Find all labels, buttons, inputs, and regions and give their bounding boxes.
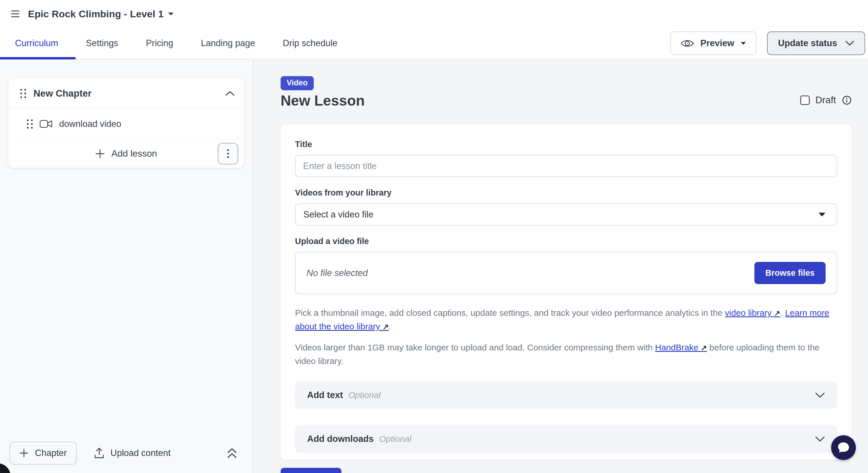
update-status-label: Update status [778,38,837,49]
video-library-select-value: Select a video file [303,210,373,220]
info-icon[interactable] [842,95,851,105]
caret-down-icon [818,213,826,217]
preview-button-label: Preview [701,38,734,49]
curriculum-sidebar: New Chapter [0,60,253,473]
course-switcher[interactable]: Epic Rock Climbing - Level 1 [28,8,174,20]
lesson-title-input[interactable] [295,155,837,177]
draft-checkbox[interactable] [800,95,810,105]
lesson-type-badge: Video [281,76,314,90]
optional-label: Optional [348,390,381,400]
chapter-card: New Chapter [8,78,244,168]
upload-content-label: Upload content [111,448,171,458]
drag-handle-icon[interactable] [27,119,33,129]
add-chapter-button[interactable]: Chapter [9,442,77,465]
browse-files-button[interactable]: Browse files [754,262,826,284]
add-lesson-button[interactable]: Add lesson [95,148,157,159]
chevron-up-icon[interactable] [225,91,235,96]
tab-bar: Curriculum Settings Pricing Landing page… [0,28,868,59]
link-label: HandBrake [655,343,699,352]
add-text-section[interactable]: Add text Optional [295,381,837,409]
sidebar-footer: Chapter Upload content [9,442,237,465]
add-downloads-section[interactable]: Add downloads Optional [295,425,837,453]
video-help-paragraph: Pick a thumbnail image, add closed capti… [295,306,837,334]
add-lesson-row: Add lesson [8,139,244,168]
plus-icon [19,448,29,458]
tab-settings[interactable]: Settings [86,38,118,49]
double-chevron-up-icon [227,448,237,459]
chevron-down-icon [815,392,825,398]
hamburger-menu-icon[interactable] [9,7,22,20]
lesson-header: Video New Lesson Draft [281,76,851,109]
add-chapter-label: Chapter [35,448,67,458]
plus-icon [95,149,105,159]
add-lesson-label: Add lesson [111,148,157,159]
kebab-menu-icon [227,149,229,158]
video-camera-icon [39,119,53,129]
lesson-page-title: New Lesson [281,92,365,109]
chat-widget-button[interactable] [831,435,856,460]
collapse-all-button[interactable] [227,448,237,459]
help-text: . [780,308,785,318]
add-downloads-label: Add downloads [307,434,374,444]
title-field-group: Title [295,139,837,177]
chat-bubble-icon [837,442,850,454]
eye-icon [681,38,694,49]
add-text-label: Add text [307,390,343,400]
chapter-options-button[interactable] [218,143,238,164]
help-text: Videos larger than 1GB may take longer t… [295,343,655,352]
tabs: Curriculum Settings Pricing Landing page… [15,38,337,49]
external-link-icon: ↗ [774,309,780,318]
help-text: . [389,322,391,331]
external-link-icon: ↗ [701,344,707,352]
help-text: Pick a thumbnail image, add closed capti… [295,308,725,318]
video-library-select[interactable]: Select a video file [295,203,837,225]
upload-icon [94,447,105,459]
lesson-editor: Video New Lesson Draft Title [254,60,868,473]
compression-help-paragraph: Videos larger than 1GB may take longer t… [295,341,837,368]
link-label: video library [725,308,772,318]
active-tab-underline [0,57,75,59]
chapter-title: New Chapter [33,88,92,99]
save-lesson-button[interactable]: Save lesson [281,468,341,473]
no-file-text: No file selected [307,268,368,278]
draft-label: Draft [815,95,836,105]
drag-handle-icon[interactable] [20,88,27,99]
draft-toggle-group: Draft [800,95,851,105]
lesson-heading-group: Video New Lesson [281,76,365,109]
lesson-title: download video [59,119,121,129]
lesson-row[interactable]: download video [8,109,244,139]
chevron-down-icon [815,436,825,442]
chapter-header: New Chapter [8,78,244,109]
handbrake-link[interactable]: HandBrake ↗ [655,343,707,352]
course-title: Epic Rock Climbing - Level 1 [28,8,163,20]
library-field-group: Videos from your library Select a video … [295,188,837,225]
tab-pricing[interactable]: Pricing [146,38,173,49]
tab-curriculum[interactable]: Curriculum [15,38,58,49]
tab-drip-schedule[interactable]: Drip schedule [283,38,338,49]
lesson-form-card: Title Videos from your library Select a … [281,125,851,460]
course-builder-app: Epic Rock Climbing - Level 1 Curriculum … [0,0,868,473]
caret-down-icon [741,42,746,45]
chevron-down-icon [845,41,854,46]
update-status-button[interactable]: Update status [767,31,865,55]
upload-field-group: Upload a video file No file selected Bro… [295,236,837,294]
upload-field-label: Upload a video file [295,236,837,246]
tab-landing-page[interactable]: Landing page [201,38,255,49]
tab-bar-actions: Preview Update status [670,31,865,55]
upload-content-button[interactable]: Upload content [94,447,171,459]
caret-down-icon [168,12,174,15]
optional-label: Optional [379,434,411,444]
external-link-icon: ↗ [383,322,389,331]
file-drop-zone[interactable]: No file selected Browse files [295,252,837,294]
top-bar: Epic Rock Climbing - Level 1 [0,0,868,28]
preview-button[interactable]: Preview [670,31,756,55]
video-library-link[interactable]: video library ↗ [725,308,780,318]
library-field-label: Videos from your library [295,188,837,197]
corner-widget [0,463,11,473]
title-field-label: Title [295,139,837,149]
